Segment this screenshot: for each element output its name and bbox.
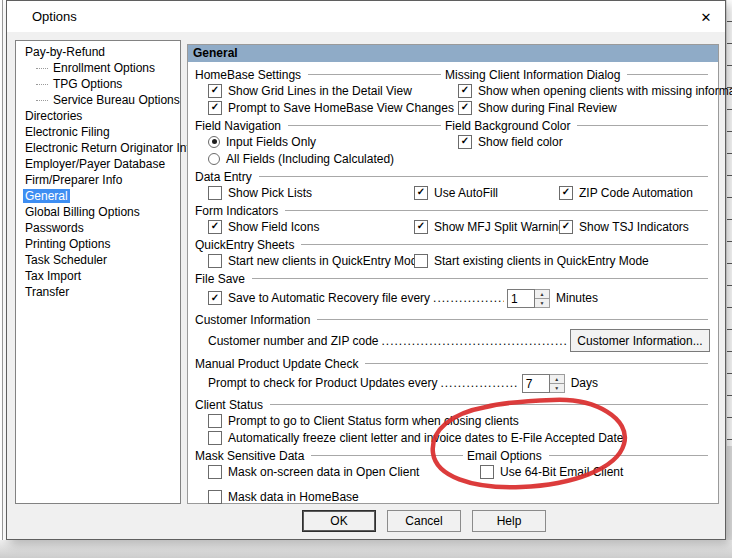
- help-button[interactable]: Help: [472, 510, 546, 532]
- checkbox-label: Show during Final Review: [478, 101, 617, 115]
- check-icon: ✓: [562, 221, 570, 231]
- checkbox-use-autofill[interactable]: ✓: [414, 186, 428, 200]
- checkbox-label: ZIP Code Automation: [579, 186, 693, 200]
- checkbox-show-grid-lines[interactable]: ✓: [208, 84, 222, 98]
- general-panel: General HomeBase Settings ✓Show Grid Lin…: [187, 44, 719, 504]
- tree-item-general[interactable]: General: [16, 188, 180, 204]
- spin-down-icon[interactable]: ▼: [535, 299, 549, 307]
- checkbox-prompt-client-status[interactable]: [208, 414, 222, 428]
- titlebar[interactable]: Options ✕: [7, 1, 725, 32]
- tree-item-firm-preparer-info[interactable]: Firm/Preparer Info: [16, 172, 180, 188]
- checkbox-show-field-icons[interactable]: ✓: [208, 220, 222, 234]
- tree-item-employer-payer-database[interactable]: Employer/Payer Database: [16, 156, 180, 172]
- checkbox-show-missing-info[interactable]: ✓: [458, 84, 472, 98]
- tree-item-directories[interactable]: Directories: [16, 108, 180, 124]
- section-divider: [317, 319, 708, 320]
- checkbox-start-new-quickentry[interactable]: [208, 254, 222, 268]
- settings-tree: Pay-by-Refund Enrollment Options TPG Opt…: [15, 40, 181, 504]
- section-divider: [288, 125, 441, 126]
- tree-item-passwords[interactable]: Passwords: [16, 220, 180, 236]
- checkbox-show-pick-lists[interactable]: [208, 186, 222, 200]
- leader-dots: ........................................…: [440, 376, 518, 390]
- section-customer-information: Customer Information Customer number and…: [195, 312, 712, 354]
- checkbox-label: Show field color: [478, 135, 563, 149]
- tree-item-tpg-options[interactable]: TPG Options: [16, 76, 180, 92]
- checkbox-label: Mask on-screen data in Open Client: [228, 465, 419, 479]
- check-icon: ✓: [461, 102, 469, 112]
- check-icon: ✓: [211, 102, 219, 112]
- section-title: QuickEntry Sheets: [195, 238, 294, 252]
- radio-label: Input Fields Only: [226, 135, 316, 149]
- tree-item-transfer[interactable]: Transfer: [16, 284, 180, 300]
- days-input[interactable]: 7: [522, 374, 550, 393]
- radio-input-fields-only[interactable]: [208, 136, 220, 148]
- checkbox-mfj-split-warning[interactable]: ✓: [414, 220, 428, 234]
- close-icon[interactable]: ✕: [695, 7, 717, 27]
- checkbox-label: Mask data in HomeBase: [228, 490, 359, 504]
- radio-all-fields[interactable]: [208, 153, 220, 165]
- tree-item-tax-import[interactable]: Tax Import: [16, 268, 180, 284]
- section-quickentry-sheets: QuickEntry Sheets Start new clients in Q…: [195, 237, 712, 269]
- section-title: Field Background Color: [445, 119, 570, 133]
- dialog-title: Options: [32, 1, 77, 32]
- checkbox-save-auto-recovery[interactable]: ✓: [208, 291, 222, 305]
- spinner-unit-label: Days: [571, 376, 598, 390]
- customer-information-button[interactable]: Customer Information...: [570, 329, 710, 352]
- check-icon: ✓: [211, 221, 219, 231]
- checkbox-64bit-email[interactable]: [480, 465, 494, 479]
- checkbox-show-final-review[interactable]: ✓: [458, 101, 472, 115]
- checkbox-label: Show TSJ Indicators: [579, 220, 689, 234]
- panel-header: General: [188, 45, 718, 62]
- section-title: File Save: [195, 272, 245, 286]
- checkbox-mask-open-client[interactable]: [208, 465, 222, 479]
- section-title: Data Entry: [195, 170, 252, 184]
- section-client-status: Client Status Prompt to go to Client Sta…: [195, 397, 712, 446]
- tree-item-enrollment-options[interactable]: Enrollment Options: [16, 60, 180, 76]
- section-email-options: Email Options Use 64-Bit Email Client: [467, 448, 712, 480]
- section-homebase-settings: HomeBase Settings ✓Show Grid Lines in th…: [195, 67, 445, 116]
- section-divider: [311, 455, 463, 456]
- section-form-indicators: Form Indicators ✓Show Field Icons ✓Show …: [195, 203, 712, 235]
- checkbox-zip-code-automation[interactable]: ✓: [559, 186, 573, 200]
- checkbox-label: Start new clients in QuickEntry Mode: [228, 254, 424, 268]
- tree-item-service-bureau-options[interactable]: Service Bureau Options: [16, 92, 180, 108]
- field-label: Prompt to check for Product Updates ever…: [208, 376, 437, 390]
- minutes-input[interactable]: 1: [507, 289, 535, 308]
- section-missing-client-info: Missing Client Information Dialog ✓Show …: [445, 67, 712, 116]
- section-title: HomeBase Settings: [195, 68, 301, 82]
- checkbox-tsj-indicators[interactable]: ✓: [559, 220, 573, 234]
- tree-item-printing-options[interactable]: Printing Options: [16, 236, 180, 252]
- spinner-unit-label: Minutes: [556, 291, 598, 305]
- cancel-button[interactable]: Cancel: [387, 510, 461, 532]
- tree-item-pay-by-refund[interactable]: Pay-by-Refund: [16, 44, 180, 60]
- check-icon: ✓: [461, 136, 469, 146]
- checkbox-start-existing-quickentry[interactable]: [414, 254, 428, 268]
- options-dialog: Options ✕ Pay-by-Refund Enrollment Optio…: [6, 0, 726, 540]
- checkbox-mask-homebase[interactable]: [208, 490, 222, 504]
- checkbox-label: Prompt to go to Client Status form when …: [228, 414, 519, 428]
- background-app-right: [727, 0, 732, 446]
- section-field-navigation: Field Navigation Input Fields Only All F…: [195, 118, 445, 167]
- spin-up-icon[interactable]: ▲: [535, 290, 549, 299]
- panel-body: HomeBase Settings ✓Show Grid Lines in th…: [188, 62, 718, 505]
- section-title: Email Options: [467, 449, 542, 463]
- checkbox-label: Show MFJ Split Warning: [434, 220, 565, 234]
- checkbox-show-field-color[interactable]: ✓: [458, 135, 472, 149]
- field-label: Customer number and ZIP code: [208, 334, 379, 348]
- check-icon: ✓: [211, 85, 219, 95]
- spin-up-icon[interactable]: ▲: [550, 375, 564, 384]
- checkbox-label: Save to Automatic Recovery file every: [228, 291, 430, 305]
- ok-button[interactable]: OK: [302, 510, 376, 532]
- section-mask-sensitive-data: Mask Sensitive Data Mask on-screen data …: [195, 448, 467, 505]
- section-divider: [301, 244, 708, 245]
- spin-down-icon[interactable]: ▼: [550, 384, 564, 392]
- tree-item-electronic-filing[interactable]: Electronic Filing: [16, 124, 180, 140]
- tree-item-global-billing-options[interactable]: Global Billing Options: [16, 204, 180, 220]
- tree-connector: [36, 84, 48, 85]
- tree-item-ero-info[interactable]: Electronic Return Originator Info: [16, 140, 180, 156]
- tree-connector: [36, 100, 48, 101]
- checkbox-label: Prompt to Save HomeBase View Changes: [228, 101, 454, 115]
- tree-item-task-scheduler[interactable]: Task Scheduler: [16, 252, 180, 268]
- checkbox-freeze-dates[interactable]: [208, 431, 222, 445]
- checkbox-prompt-save-homebase-view[interactable]: ✓: [208, 101, 222, 115]
